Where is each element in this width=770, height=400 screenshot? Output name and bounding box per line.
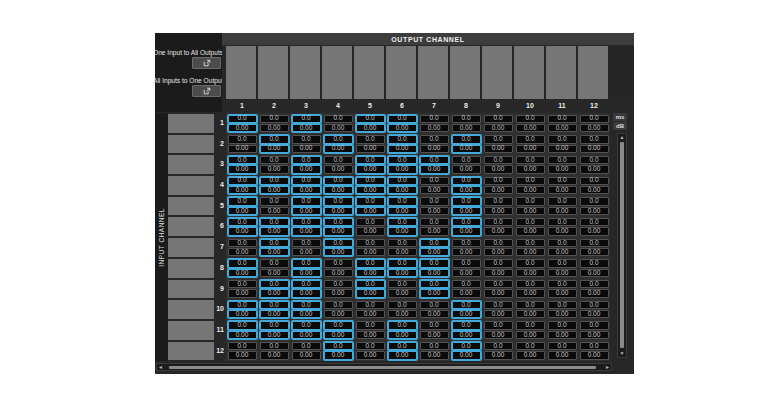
- delay-field-in12-out8[interactable]: 0.0: [452, 342, 481, 350]
- matrix-cell-in1-out4[interactable]: 0.00.00: [322, 113, 354, 134]
- gain-field-in3-out3[interactable]: 0.00: [292, 165, 321, 173]
- input-channel-block-9[interactable]: [168, 280, 214, 299]
- matrix-cell-in11-out3[interactable]: 0.00.00: [290, 320, 322, 341]
- delay-field-in7-out11[interactable]: 0.0: [548, 239, 577, 247]
- delay-field-in4-out6[interactable]: 0.0: [388, 177, 417, 185]
- matrix-cell-in7-out11[interactable]: 0.00.00: [546, 237, 578, 258]
- gain-field-in12-out1[interactable]: 0.00: [228, 351, 257, 359]
- delay-field-in11-out1[interactable]: 0.0: [228, 321, 257, 329]
- matrix-cell-in7-out9[interactable]: 0.00.00: [482, 237, 514, 258]
- matrix-cell-in9-out4[interactable]: 0.00.00: [322, 279, 354, 300]
- delay-field-in4-out3[interactable]: 0.0: [292, 177, 321, 185]
- matrix-cell-in10-out10[interactable]: 0.00.00: [514, 299, 546, 320]
- gain-field-in7-out8[interactable]: 0.00: [452, 248, 481, 256]
- matrix-cell-in12-out9[interactable]: 0.00.00: [482, 341, 514, 362]
- gain-field-in3-out10[interactable]: 0.00: [516, 165, 545, 173]
- gain-field-in3-out6[interactable]: 0.00: [388, 165, 417, 173]
- delay-field-in11-out2[interactable]: 0.0: [260, 321, 289, 329]
- gain-field-in4-out9[interactable]: 0.00: [484, 186, 513, 194]
- delay-field-in1-out5[interactable]: 0.0: [356, 115, 385, 123]
- gain-field-in12-out2[interactable]: 0.00: [260, 351, 289, 359]
- delay-field-in11-out11[interactable]: 0.0: [548, 321, 577, 329]
- matrix-cell-in2-out5[interactable]: 0.00.00: [354, 134, 386, 155]
- matrix-cell-in6-out8[interactable]: 0.00.00: [450, 216, 482, 237]
- delay-field-in12-out11[interactable]: 0.0: [548, 342, 577, 350]
- matrix-cell-in10-out7[interactable]: 0.00.00: [418, 299, 450, 320]
- output-channel-block-1[interactable]: [226, 46, 256, 99]
- gain-field-in2-out2[interactable]: 0.00: [260, 145, 289, 153]
- matrix-cell-in8-out6[interactable]: 0.00.00: [386, 258, 418, 279]
- input-channel-block-8[interactable]: [168, 259, 214, 278]
- matrix-cell-in2-out9[interactable]: 0.00.00: [482, 134, 514, 155]
- gain-field-in5-out4[interactable]: 0.00: [324, 207, 353, 215]
- gain-field-in8-out6[interactable]: 0.00: [388, 269, 417, 277]
- gain-field-in10-out3[interactable]: 0.00: [292, 310, 321, 318]
- delay-field-in4-out12[interactable]: 0.0: [580, 177, 609, 185]
- delay-field-in8-out6[interactable]: 0.0: [388, 259, 417, 267]
- scroll-left-icon[interactable]: ◄: [158, 364, 163, 370]
- gain-field-in11-out3[interactable]: 0.00: [292, 331, 321, 339]
- delay-field-in7-out6[interactable]: 0.0: [388, 239, 417, 247]
- gain-field-in4-out8[interactable]: 0.00: [452, 186, 481, 194]
- delay-field-in4-out7[interactable]: 0.0: [420, 177, 449, 185]
- gain-field-in5-out12[interactable]: 0.00: [580, 207, 609, 215]
- matrix-cell-in12-out3[interactable]: 0.00.00: [290, 341, 322, 362]
- delay-field-in1-out2[interactable]: 0.0: [260, 115, 289, 123]
- delay-field-in6-out7[interactable]: 0.0: [420, 218, 449, 226]
- output-channel-block-3[interactable]: [290, 46, 320, 99]
- gain-field-in9-out4[interactable]: 0.00: [324, 289, 353, 297]
- delay-field-in4-out2[interactable]: 0.0: [260, 177, 289, 185]
- delay-field-in3-out11[interactable]: 0.0: [548, 156, 577, 164]
- matrix-cell-in1-out11[interactable]: 0.00.00: [546, 113, 578, 134]
- delay-field-in1-out11[interactable]: 0.0: [548, 115, 577, 123]
- delay-field-in1-out6[interactable]: 0.0: [388, 115, 417, 123]
- gain-field-in9-out11[interactable]: 0.00: [548, 289, 577, 297]
- gain-field-in11-out5[interactable]: 0.00: [356, 331, 385, 339]
- delay-field-in12-out6[interactable]: 0.0: [388, 342, 417, 350]
- gain-field-in11-out4[interactable]: 0.00: [324, 331, 353, 339]
- delay-field-in1-out10[interactable]: 0.0: [516, 115, 545, 123]
- gain-field-in8-out12[interactable]: 0.00: [580, 269, 609, 277]
- delay-field-in11-out6[interactable]: 0.0: [388, 321, 417, 329]
- delay-field-in7-out12[interactable]: 0.0: [580, 239, 609, 247]
- matrix-cell-in1-out8[interactable]: 0.00.00: [450, 113, 482, 134]
- delay-field-in5-out2[interactable]: 0.0: [260, 197, 289, 205]
- matrix-cell-in6-out9[interactable]: 0.00.00: [482, 216, 514, 237]
- matrix-cell-in7-out4[interactable]: 0.00.00: [322, 237, 354, 258]
- matrix-cell-in7-out6[interactable]: 0.00.00: [386, 237, 418, 258]
- delay-field-in12-out4[interactable]: 0.0: [324, 342, 353, 350]
- matrix-cell-in4-out6[interactable]: 0.00.00: [386, 175, 418, 196]
- delay-field-in11-out9[interactable]: 0.0: [484, 321, 513, 329]
- delay-field-in7-out10[interactable]: 0.0: [516, 239, 545, 247]
- input-channel-block-6[interactable]: [168, 217, 214, 236]
- delay-field-in4-out4[interactable]: 0.0: [324, 177, 353, 185]
- gain-field-in3-out8[interactable]: 0.00: [452, 165, 481, 173]
- delay-field-in1-out3[interactable]: 0.0: [292, 115, 321, 123]
- gain-field-in5-out10[interactable]: 0.00: [516, 207, 545, 215]
- gain-field-in4-out1[interactable]: 0.00: [228, 186, 257, 194]
- matrix-cell-in8-out7[interactable]: 0.00.00: [418, 258, 450, 279]
- delay-field-in7-out1[interactable]: 0.0: [228, 239, 257, 247]
- matrix-cell-in12-out12[interactable]: 0.00.00: [578, 341, 610, 362]
- matrix-cell-in3-out12[interactable]: 0.00.00: [578, 154, 610, 175]
- matrix-cell-in4-out10[interactable]: 0.00.00: [514, 175, 546, 196]
- gain-field-in8-out4[interactable]: 0.00: [324, 269, 353, 277]
- gain-field-in2-out7[interactable]: 0.00: [420, 145, 449, 153]
- matrix-cell-in12-out1[interactable]: 0.00.00: [226, 341, 258, 362]
- delay-field-in3-out7[interactable]: 0.0: [420, 156, 449, 164]
- matrix-cell-in3-out5[interactable]: 0.00.00: [354, 154, 386, 175]
- input-channel-block-2[interactable]: [168, 135, 214, 154]
- delay-field-in12-out12[interactable]: 0.0: [580, 342, 609, 350]
- gain-field-in7-out9[interactable]: 0.00: [484, 248, 513, 256]
- matrix-cell-in6-out5[interactable]: 0.00.00: [354, 216, 386, 237]
- gain-field-in7-out12[interactable]: 0.00: [580, 248, 609, 256]
- output-channel-block-8[interactable]: [450, 46, 480, 99]
- delay-field-in6-out10[interactable]: 0.0: [516, 218, 545, 226]
- gain-field-in4-out10[interactable]: 0.00: [516, 186, 545, 194]
- input-channel-block-4[interactable]: [168, 176, 214, 195]
- matrix-cell-in12-out10[interactable]: 0.00.00: [514, 341, 546, 362]
- matrix-cell-in10-out2[interactable]: 0.00.00: [258, 299, 290, 320]
- gain-field-in10-out9[interactable]: 0.00: [484, 310, 513, 318]
- gain-field-in5-out5[interactable]: 0.00: [356, 207, 385, 215]
- gain-field-in10-out7[interactable]: 0.00: [420, 310, 449, 318]
